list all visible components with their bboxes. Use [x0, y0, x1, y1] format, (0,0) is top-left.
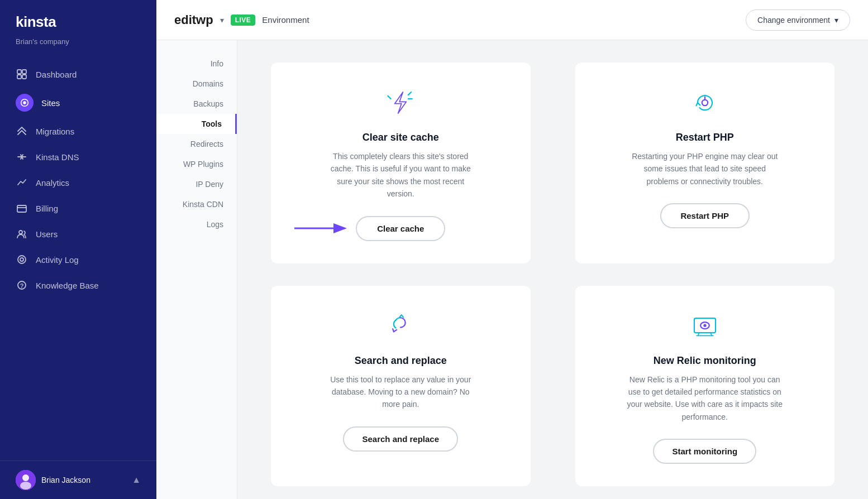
sidebar-item-activity-log[interactable]: Activity Log	[0, 247, 156, 272]
sidebar-nav: Dashboard Sites Migrations	[0, 57, 156, 460]
sub-nav-wp-plugins[interactable]: WP Plugins	[156, 154, 237, 174]
migrations-label: Migrations	[36, 127, 74, 136]
live-badge: LIVE	[231, 15, 256, 26]
svg-rect-6	[17, 205, 26, 212]
svg-point-5	[23, 101, 26, 104]
topbar-left: editwp ▾ LIVE Environment	[174, 13, 309, 27]
site-name: editwp	[174, 13, 213, 27]
arrow-annotation	[294, 220, 350, 236]
svg-rect-1	[22, 70, 26, 74]
tool-card-restart-php: Restart PHP Restarting your PHP engine m…	[575, 63, 835, 263]
sites-icon	[16, 94, 34, 112]
sub-nav: Info Domains Backups Tools Redirects WP …	[156, 40, 237, 499]
restart-php-title: Restart PHP	[676, 132, 734, 143]
sidebar-item-knowledge-base[interactable]: ? Knowledge Base	[0, 272, 156, 298]
sidebar-item-kinsta-dns[interactable]: Kinsta DNS	[0, 144, 156, 170]
svg-rect-2	[17, 75, 21, 79]
sidebar-item-sites[interactable]: Sites	[0, 87, 156, 118]
sidebar-item-billing[interactable]: Billing	[0, 195, 156, 221]
sidebar-footer: Brian Jackson ▲	[0, 460, 156, 499]
billing-label: Billing	[36, 204, 58, 213]
clear-cache-icon	[383, 85, 418, 121]
kinsta-dns-label: Kinsta DNS	[36, 152, 79, 162]
start-monitoring-button[interactable]: Start monitoring	[653, 439, 756, 464]
sidebar-item-migrations[interactable]: Migrations	[0, 118, 156, 144]
restart-php-icon	[687, 85, 723, 121]
sidebar-item-analytics[interactable]: Analytics	[0, 170, 156, 195]
sub-nav-logs[interactable]: Logs	[156, 214, 237, 234]
new-relic-icon	[687, 308, 723, 344]
svg-point-9	[18, 256, 26, 263]
sub-nav-tools[interactable]: Tools	[156, 114, 237, 134]
change-environment-button[interactable]: Change environment ▾	[746, 9, 850, 31]
sidebar-item-dashboard[interactable]: Dashboard	[0, 61, 156, 87]
clear-cache-button[interactable]: Clear cache	[356, 216, 445, 241]
svg-point-15	[20, 482, 31, 490]
tools-content: Clear site cache This completely clears …	[237, 40, 868, 499]
change-env-chevron: ▾	[834, 16, 838, 25]
content-wrapper: Info Domains Backups Tools Redirects WP …	[156, 40, 868, 499]
company-name: Brian's company	[0, 35, 156, 57]
migrations-icon	[16, 125, 28, 137]
sidebar: kinsta Brian's company Dashboard	[0, 0, 156, 499]
sub-nav-kinsta-cdn[interactable]: Kinsta CDN	[156, 194, 237, 214]
sub-nav-redirects[interactable]: Redirects	[156, 134, 237, 154]
tool-card-search-replace: Search and replace Use this tool to repl…	[271, 286, 531, 487]
svg-line-18	[388, 96, 391, 99]
sub-nav-ip-deny[interactable]: IP Deny	[156, 174, 237, 194]
svg-point-24	[703, 324, 706, 327]
clear-cache-btn-wrapper: Clear cache	[356, 216, 445, 241]
users-icon	[16, 228, 28, 240]
restart-php-button[interactable]: Restart PHP	[660, 203, 750, 228]
knowledge-base-label: Knowledge Base	[36, 281, 99, 290]
knowledge-base-icon: ?	[16, 279, 28, 291]
logo: kinsta	[16, 13, 141, 31]
new-relic-description: New Relic is a PHP monitoring tool you c…	[627, 373, 783, 424]
expand-icon[interactable]: ▲	[132, 475, 141, 485]
logo-area: kinsta	[0, 0, 156, 35]
svg-rect-3	[22, 75, 26, 79]
activity-log-label: Activity Log	[36, 255, 79, 265]
search-replace-icon	[383, 308, 418, 344]
avatar	[16, 470, 36, 490]
search-replace-title: Search and replace	[355, 355, 447, 367]
dashboard-label: Dashboard	[36, 70, 77, 79]
sub-nav-domains[interactable]: Domains	[156, 74, 237, 94]
sub-nav-backups[interactable]: Backups	[156, 94, 237, 114]
analytics-label: Analytics	[36, 178, 69, 188]
search-replace-button[interactable]: Search and replace	[343, 426, 458, 452]
environment-label: Environment	[262, 15, 309, 25]
svg-point-20	[702, 100, 708, 105]
search-replace-description: Use this tool to replace any value in yo…	[322, 373, 479, 411]
billing-icon	[16, 202, 28, 214]
analytics-icon	[16, 176, 28, 189]
svg-point-14	[22, 474, 29, 481]
users-label: Users	[36, 229, 58, 239]
restart-php-description: Restarting your PHP engine may clear out…	[627, 150, 783, 188]
user-name: Brian Jackson	[41, 476, 90, 484]
main-area: editwp ▾ LIVE Environment Change environ…	[156, 0, 868, 499]
activity-log-icon	[16, 253, 28, 266]
tools-grid: Clear site cache This completely clears …	[271, 63, 834, 486]
svg-rect-0	[17, 70, 21, 74]
svg-text:?: ?	[20, 282, 24, 289]
dashboard-icon	[16, 68, 28, 80]
sidebar-item-users[interactable]: Users	[0, 221, 156, 247]
clear-cache-title: Clear site cache	[363, 132, 439, 143]
user-info[interactable]: Brian Jackson	[16, 470, 90, 490]
svg-point-10	[20, 258, 23, 261]
sub-nav-info[interactable]: Info	[156, 54, 237, 74]
kinsta-dns-icon	[16, 151, 28, 163]
tool-card-new-relic: New Relic monitoring New Relic is a PHP …	[575, 286, 835, 487]
svg-line-16	[408, 92, 411, 95]
sites-label: Sites	[41, 98, 60, 108]
clear-cache-description: This completely clears this site's store…	[322, 150, 479, 200]
svg-point-8	[19, 231, 22, 234]
topbar: editwp ▾ LIVE Environment Change environ…	[156, 0, 868, 40]
site-dropdown-arrow[interactable]: ▾	[220, 16, 224, 25]
new-relic-title: New Relic monitoring	[654, 355, 756, 367]
tool-card-clear-cache: Clear site cache This completely clears …	[271, 63, 531, 263]
